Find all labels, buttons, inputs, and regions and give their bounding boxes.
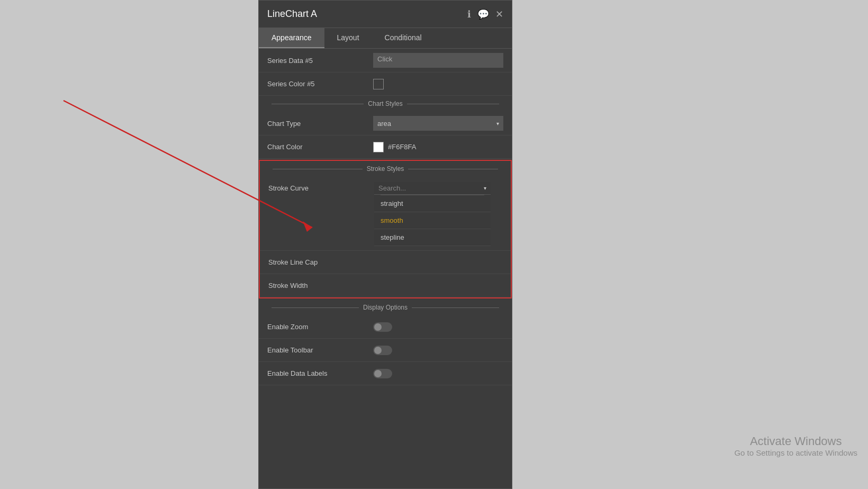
display-options-divider: Display Options xyxy=(259,300,512,315)
chart-color-text: #F6F8FA xyxy=(388,143,416,151)
header-icons: ℹ 💬 ✕ xyxy=(467,8,503,20)
option-straight[interactable]: straight xyxy=(374,195,491,212)
row-series-data: Series Data #5 Click xyxy=(259,49,512,73)
enable-toolbar-toggle[interactable] xyxy=(373,346,392,355)
stroke-styles-label: Stroke Styles xyxy=(367,165,404,173)
panel-content: Series Data #5 Click Series Color #5 Cha… xyxy=(259,49,512,488)
panel-header: LineChart A ℹ 💬 ✕ xyxy=(259,1,512,28)
stroke-curve-value: ▾ straight smooth stepline xyxy=(374,182,502,246)
row-enable-data-labels: Enable Data Labels xyxy=(259,362,512,385)
stroke-styles-section: Stroke Styles Stroke Curve ▾ xyxy=(259,160,512,298)
option-smooth[interactable]: smooth xyxy=(374,212,491,229)
row-stroke-line-cap: Stroke Line Cap xyxy=(260,251,511,274)
enable-data-labels-label: Enable Data Labels xyxy=(267,369,373,377)
display-options-label: Display Options xyxy=(363,304,408,311)
enable-toolbar-label: Enable Toolbar xyxy=(267,346,373,354)
chart-styles-divider: Chart Styles xyxy=(259,96,512,112)
enable-data-labels-value xyxy=(373,369,503,378)
enable-toolbar-value xyxy=(373,346,503,355)
comment-icon[interactable]: 💬 xyxy=(477,8,489,20)
enable-data-labels-toggle[interactable] xyxy=(373,369,392,378)
chart-styles-label: Chart Styles xyxy=(368,100,402,107)
chart-color-swatch[interactable] xyxy=(373,142,384,152)
chart-color-label: Chart Color xyxy=(267,143,373,151)
series-color-swatch[interactable] xyxy=(373,79,384,89)
chart-type-label: Chart Type xyxy=(267,120,373,128)
stroke-styles-divider: Stroke Styles xyxy=(260,161,511,177)
info-icon[interactable]: ℹ xyxy=(467,8,471,20)
enable-zoom-value xyxy=(373,322,503,332)
stroke-curve-items: straight smooth stepline xyxy=(374,195,491,246)
stroke-line-cap-label: Stroke Line Cap xyxy=(268,258,374,266)
tab-appearance[interactable]: Appearance xyxy=(259,28,324,48)
series-data-label: Series Data #5 xyxy=(267,57,373,65)
activate-sub: Go to Settings to activate Windows xyxy=(734,448,857,457)
panel-title: LineChart A xyxy=(267,8,317,20)
activate-title: Activate Windows xyxy=(734,434,857,448)
chart-color-value: #F6F8FA xyxy=(373,142,503,152)
row-enable-toolbar: Enable Toolbar xyxy=(259,339,512,362)
stroke-curve-label: Stroke Curve xyxy=(268,182,374,192)
tab-layout[interactable]: Layout xyxy=(324,28,372,48)
row-series-color: Series Color #5 xyxy=(259,73,512,96)
series-data-value: Click xyxy=(373,53,503,68)
chart-type-value: area ▾ xyxy=(373,116,503,131)
stroke-width-label: Stroke Width xyxy=(268,282,374,289)
properties-panel: LineChart A ℹ 💬 ✕ Appearance Layout Cond… xyxy=(258,0,512,489)
option-stepline[interactable]: stepline xyxy=(374,229,491,246)
series-color-label: Series Color #5 xyxy=(267,80,373,88)
close-icon[interactable]: ✕ xyxy=(495,8,503,20)
stroke-curve-chevron: ▾ xyxy=(484,185,486,191)
activate-windows-watermark: Activate Windows Go to Settings to activ… xyxy=(734,434,857,457)
row-stroke-width: Stroke Width xyxy=(260,274,511,297)
tabs-bar: Appearance Layout Conditional xyxy=(259,28,512,49)
enable-zoom-toggle[interactable] xyxy=(373,322,392,332)
tab-conditional[interactable]: Conditional xyxy=(372,28,435,48)
series-data-input[interactable]: Click xyxy=(373,53,503,68)
chart-type-dropdown[interactable]: area ▾ xyxy=(373,116,503,131)
series-color-value xyxy=(373,79,503,89)
chart-type-arrow: ▾ xyxy=(496,121,499,126)
enable-zoom-label: Enable Zoom xyxy=(267,323,373,331)
row-enable-zoom: Enable Zoom xyxy=(259,315,512,339)
row-chart-color: Chart Color #F6F8FA xyxy=(259,135,512,159)
stroke-curve-search-container: ▾ xyxy=(374,182,491,195)
stroke-curve-search-input[interactable] xyxy=(378,184,482,192)
row-chart-type: Chart Type area ▾ xyxy=(259,112,512,135)
stroke-curve-dropdown-open: ▾ straight smooth stepline xyxy=(374,182,491,246)
row-stroke-curve: Stroke Curve ▾ straight smooth xyxy=(260,177,511,251)
chart-type-selected: area xyxy=(377,120,391,128)
